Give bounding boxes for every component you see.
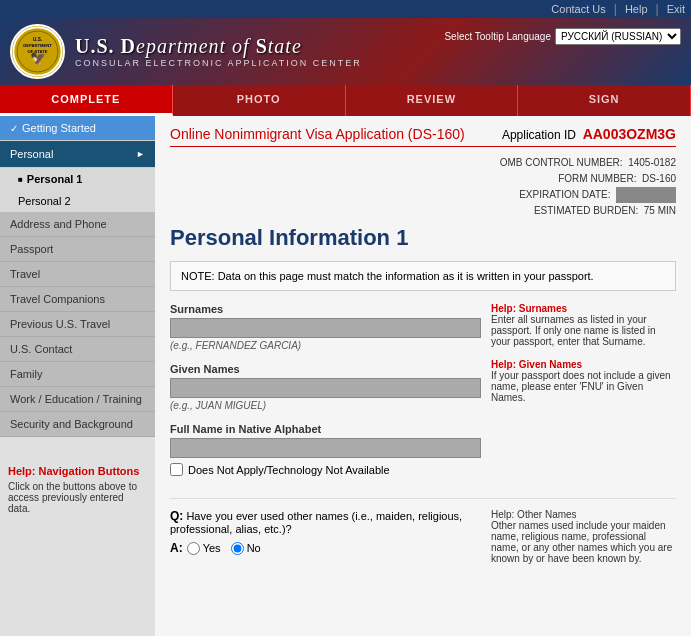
a-label: A:: [170, 541, 183, 555]
app-id-value: AA003OZM3G: [583, 126, 676, 142]
given-names-input[interactable]: [170, 378, 481, 398]
lang-label: Select Tooltip Language: [444, 31, 551, 42]
radio-yes[interactable]: [187, 542, 200, 555]
burden-label: ESTIMATED BURDEN:: [534, 205, 638, 216]
burden-value: 75 MIN: [644, 205, 676, 216]
main-content: Online Nonimmigrant Visa Application (DS…: [155, 116, 691, 636]
qa-section: Q: Have you ever used other names (i.e.,…: [170, 498, 676, 564]
sep2: |: [656, 2, 659, 16]
svg-text:U.S.: U.S.: [33, 37, 42, 42]
question-other-names: Q: Have you ever used other names (i.e.,…: [170, 509, 481, 535]
nav-tabs: Complete Photo Review Sign: [0, 85, 691, 116]
tab-complete[interactable]: Complete: [0, 85, 173, 116]
surnames-hint: (e.g., FERNANDEZ GARCIA): [170, 340, 481, 351]
native-name-group: Full Name in Native Alphabet Does Not Ap…: [170, 423, 481, 476]
sidebar-item-us-contact[interactable]: U.S. Contact: [0, 337, 155, 362]
sidebar-item-getting-started[interactable]: Getting Started: [0, 116, 155, 141]
surnames-input[interactable]: [170, 318, 481, 338]
exit-link[interactable]: Exit: [667, 3, 685, 15]
exp-value: [616, 187, 676, 203]
page-title: Personal Information 1: [170, 225, 676, 251]
qa-left: Q: Have you ever used other names (i.e.,…: [170, 509, 481, 564]
sidebar-item-previous-travel[interactable]: Previous U.S. Travel: [0, 312, 155, 337]
sidebar-nav-help: Help: Navigation Buttons Click on the bu…: [0, 457, 155, 518]
help-surnames: Help: Surnames Enter all surnames as lis…: [491, 303, 676, 347]
site-header: U.S. DEPARTMENT OF STATE 🦅 U.S. Departme…: [0, 18, 691, 85]
sidebar-item-personal2[interactable]: Personal 2: [0, 190, 155, 212]
site-subtitle: CONSULAR ELECTRONIC APPLICATION CENTER: [75, 58, 362, 68]
exp-label: EXPIRATION DATE:: [519, 189, 610, 200]
given-names-hint: (e.g., JUAN MIGUEL): [170, 400, 481, 411]
qa-help-panel: Help: Other Names Other names used inclu…: [491, 509, 676, 564]
tab-sign[interactable]: Sign: [518, 85, 691, 116]
omb-value: 1405-0182: [628, 157, 676, 168]
sidebar-item-family[interactable]: Family: [0, 362, 155, 387]
form-info: OMB CONTROL NUMBER: 1405-0182 FORM NUMBE…: [170, 155, 676, 219]
app-title: Online Nonimmigrant Visa Application (DS…: [170, 126, 465, 142]
q-label: Q:: [170, 509, 183, 523]
form-help-panel: Help: Surnames Enter all surnames as lis…: [491, 303, 676, 488]
omb-label: OMB CONTROL NUMBER:: [500, 157, 623, 168]
content-wrapper: Getting Started Personal Personal 1 Pers…: [0, 116, 691, 636]
given-names-label: Given Names: [170, 363, 481, 375]
not-apply-line: Does Not Apply/Technology Not Available: [170, 463, 481, 476]
help-other-names-title: Help: Other Names: [491, 509, 577, 520]
not-apply-label: Does Not Apply/Technology Not Available: [188, 464, 390, 476]
form-number-value: DS-160: [642, 173, 676, 184]
form-section: Surnames (e.g., FERNANDEZ GARCIA) Given …: [170, 303, 676, 488]
help-link[interactable]: Help: [625, 3, 648, 15]
answer-other-names: A: Yes No: [170, 541, 481, 555]
sidebar-item-travel[interactable]: Travel: [0, 262, 155, 287]
sidebar-item-personal1[interactable]: Personal 1: [0, 168, 155, 190]
sep1: |: [614, 2, 617, 16]
app-header: Online Nonimmigrant Visa Application (DS…: [170, 126, 676, 147]
note-box: NOTE: Data on this page must match the i…: [170, 261, 676, 291]
not-apply-checkbox[interactable]: [170, 463, 183, 476]
tab-review[interactable]: Review: [346, 85, 519, 116]
sidebar-item-address[interactable]: Address and Phone: [0, 212, 155, 237]
seal-logo: U.S. DEPARTMENT OF STATE 🦅: [10, 24, 65, 79]
help-given-names: Help: Given Names If your passport does …: [491, 359, 676, 403]
given-names-group: Given Names (e.g., JUAN MIGUEL): [170, 363, 481, 411]
surnames-label: Surnames: [170, 303, 481, 315]
nav-help-text: Click on the buttons above to access pre…: [8, 481, 147, 514]
sidebar-item-security[interactable]: Security and Background: [0, 412, 155, 437]
sidebar-item-work-education[interactable]: Work / Education / Training: [0, 387, 155, 412]
help-other-names-text: Other names used include your maiden nam…: [491, 520, 676, 564]
contact-us-link[interactable]: Contact Us: [551, 3, 605, 15]
sidebar-item-travel-companions[interactable]: Travel Companions: [0, 287, 155, 312]
question-text: Have you ever used other names (i.e., ma…: [170, 510, 462, 535]
site-title: U.S. Department of State: [75, 35, 362, 58]
top-bar: Contact Us | Help | Exit: [0, 0, 691, 18]
radio-no-text: No: [247, 542, 261, 554]
help-surnames-title: Help: Surnames: [491, 303, 567, 314]
svg-text:🦅: 🦅: [30, 50, 47, 67]
tab-photo[interactable]: Photo: [173, 85, 346, 116]
app-id-label: Application ID: [502, 128, 576, 142]
nav-help-title: Help: Navigation Buttons: [8, 465, 139, 477]
radio-no-label[interactable]: No: [231, 542, 261, 555]
native-name-input[interactable]: [170, 438, 481, 458]
form-fields: Surnames (e.g., FERNANDEZ GARCIA) Given …: [170, 303, 481, 488]
radio-yes-text: Yes: [203, 542, 221, 554]
sidebar-item-passport[interactable]: Passport: [0, 237, 155, 262]
app-id-area: Application ID AA003OZM3G: [502, 126, 676, 142]
form-number-label: FORM NUMBER:: [558, 173, 636, 184]
language-selector-area: Select Tooltip Language РУССКИЙ (RUSSIAN…: [444, 28, 681, 45]
sidebar: Getting Started Personal Personal 1 Pers…: [0, 116, 155, 636]
help-given-names-text: If your passport does not include a give…: [491, 370, 676, 403]
language-select[interactable]: РУССКИЙ (RUSSIAN): [555, 28, 681, 45]
radio-no[interactable]: [231, 542, 244, 555]
svg-text:DEPARTMENT: DEPARTMENT: [23, 43, 52, 48]
sidebar-item-personal-group[interactable]: Personal: [0, 141, 155, 168]
native-name-label: Full Name in Native Alphabet: [170, 423, 481, 435]
radio-yes-label[interactable]: Yes: [187, 542, 221, 555]
help-given-names-title: Help: Given Names: [491, 359, 582, 370]
help-surnames-text: Enter all surnames as listed in your pas…: [491, 314, 676, 347]
radio-group-other-names: Yes No: [187, 542, 261, 555]
header-text: U.S. Department of State CONSULAR ELECTR…: [75, 35, 362, 68]
surnames-group: Surnames (e.g., FERNANDEZ GARCIA): [170, 303, 481, 351]
